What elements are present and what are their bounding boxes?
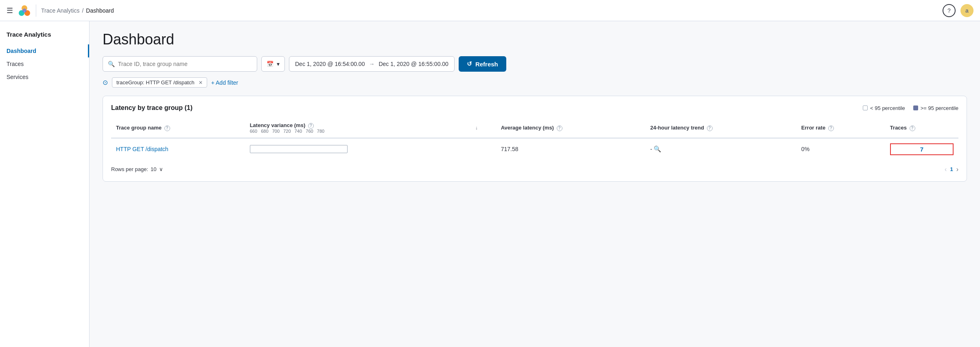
traces-count-highlighted[interactable]: 7 (890, 143, 954, 155)
col-latency-variance: Latency variance (ms) ? 660 680 700 720 … (245, 118, 470, 138)
col-trace-group-name: Trace group name ? (111, 118, 245, 138)
prev-page-button[interactable]: ‹ (945, 166, 947, 173)
legend: < 95 percentile >= 95 percentile (863, 105, 958, 111)
next-page-button[interactable]: › (956, 166, 958, 173)
toolbar: 🔍 📅 ▾ Dec 1, 2020 @ 16:54:00.00 → Dec 1,… (103, 56, 967, 72)
date-end: Dec 1, 2020 @ 16:55:00.00 (378, 61, 448, 67)
search-icon: 🔍 (108, 61, 115, 67)
help-icon-error-rate[interactable]: ? (828, 125, 834, 131)
legend-box-outline (863, 105, 868, 110)
add-filter-button[interactable]: + Add filter (211, 79, 238, 86)
sort-down-icon: ↓ (475, 125, 478, 131)
calendar-icon: 📅 (267, 61, 273, 67)
date-arrow-icon: → (369, 61, 374, 67)
sidebar-item-dashboard[interactable]: Dashboard (0, 44, 89, 57)
app-logo (18, 4, 31, 17)
legend-below95: < 95 percentile (863, 105, 905, 111)
latency-bar-chart (250, 143, 348, 155)
topnav-right: ? a (943, 4, 973, 17)
cell-sort-spacer (470, 138, 496, 160)
help-button[interactable]: ? (943, 4, 956, 17)
refresh-button[interactable]: ↺ Refresh (459, 56, 506, 72)
hamburger-menu[interactable]: ☰ (7, 6, 13, 15)
layout: Trace Analytics Dashboard Traces Service… (0, 21, 980, 347)
card-title: Latency by trace group (1) (111, 104, 192, 112)
top-nav: ☰ Trace Analytics / Dashboard ? a (0, 0, 980, 21)
date-start: Dec 1, 2020 @ 16:54:00.00 (295, 61, 365, 67)
svg-point-3 (22, 9, 26, 13)
col-traces: Traces ? (885, 118, 958, 138)
trace-group-link[interactable]: HTTP GET /dispatch (116, 146, 168, 152)
pagination: ‹ 1 › (945, 166, 958, 173)
avatar[interactable]: a (960, 4, 973, 17)
table-header-row: Trace group name ? Latency variance (ms)… (111, 118, 958, 138)
date-picker-button[interactable]: 📅 ▾ (261, 56, 285, 72)
col-avg-latency: Average latency (ms) ? (496, 118, 645, 138)
breadcrumb-current: Dashboard (86, 7, 114, 14)
legend-box-filled (913, 105, 918, 110)
help-icon-trace-group[interactable]: ? (164, 125, 170, 131)
current-page[interactable]: 1 (950, 166, 953, 172)
breadcrumb: Trace Analytics / Dashboard (41, 7, 114, 14)
col-latency-trend: 24-hour latency trend ? (645, 118, 796, 138)
trend-dash: - (650, 146, 652, 152)
refresh-icon: ↺ (467, 60, 472, 68)
rows-per-page-value: 10 (151, 166, 156, 172)
latency-card: Latency by trace group (1) < 95 percenti… (103, 96, 967, 182)
legend-above95: >= 95 percentile (913, 105, 958, 111)
table-body: HTTP GET /dispatch 717.58 - (111, 138, 958, 160)
col-sort-indicator: ↓ (470, 118, 496, 138)
legend-above95-label: >= 95 percentile (921, 105, 958, 111)
date-picker-chevron: ▾ (277, 61, 280, 67)
breadcrumb-app: Trace Analytics (41, 7, 79, 14)
cell-error-rate: 0% (796, 138, 885, 160)
sidebar-item-services[interactable]: Services (0, 70, 89, 83)
search-input[interactable] (118, 61, 252, 67)
sidebar: Trace Analytics Dashboard Traces Service… (0, 21, 90, 347)
col-error-rate: Error rate ? (796, 118, 885, 138)
rows-per-page-label: Rows per page: (111, 166, 148, 172)
cell-avg-latency: 717.58 (496, 138, 645, 160)
cell-latency-trend: - 🔍 (645, 138, 796, 160)
main-content: Dashboard 🔍 📅 ▾ Dec 1, 2020 @ 16:54:00.0… (90, 21, 980, 347)
help-icon-latency-variance[interactable]: ? (308, 123, 314, 129)
sidebar-item-traces[interactable]: Traces (0, 57, 89, 70)
latency-table: Trace group name ? Latency variance (ms)… (111, 118, 958, 160)
cell-traces: 7 (885, 138, 958, 160)
help-icon-avg-latency[interactable]: ? (557, 125, 562, 131)
table-head: Trace group name ? Latency variance (ms)… (111, 118, 958, 138)
table-wrap: Trace group name ? Latency variance (ms)… (111, 118, 958, 160)
cell-latency-variance (245, 138, 470, 160)
filter-tag-label: traceGroup: HTTP GET /dispatch (116, 79, 195, 86)
page-title: Dashboard (103, 31, 967, 48)
filter-row: ⊙ traceGroup: HTTP GET /dispatch ✕ + Add… (103, 77, 967, 88)
legend-below95-label: < 95 percentile (870, 105, 905, 111)
table-row: HTTP GET /dispatch 717.58 - (111, 138, 958, 160)
zoom-icon[interactable]: 🔍 (654, 145, 661, 152)
filter-tag: traceGroup: HTTP GET /dispatch ✕ (112, 77, 207, 88)
search-box[interactable]: 🔍 (103, 56, 257, 72)
cell-trace-group-name: HTTP GET /dispatch (111, 138, 245, 160)
filter-icon: ⊙ (103, 79, 108, 86)
filter-remove-button[interactable]: ✕ (199, 80, 203, 86)
rows-per-page-chevron: ∨ (159, 166, 163, 172)
sidebar-title: Trace Analytics (0, 31, 89, 44)
help-icon-traces[interactable]: ? (910, 125, 915, 131)
table-footer: Rows per page: 10 ∨ ‹ 1 › (111, 160, 958, 173)
rows-per-page[interactable]: Rows per page: 10 ∨ (111, 166, 163, 172)
help-icon-latency-trend[interactable]: ? (707, 125, 713, 131)
date-range-display[interactable]: Dec 1, 2020 @ 16:54:00.00 → Dec 1, 2020 … (289, 56, 455, 72)
card-header: Latency by trace group (1) < 95 percenti… (111, 104, 958, 112)
breadcrumb-separator: / (82, 7, 83, 14)
nav-divider (36, 4, 36, 17)
bar-outline (250, 145, 348, 153)
